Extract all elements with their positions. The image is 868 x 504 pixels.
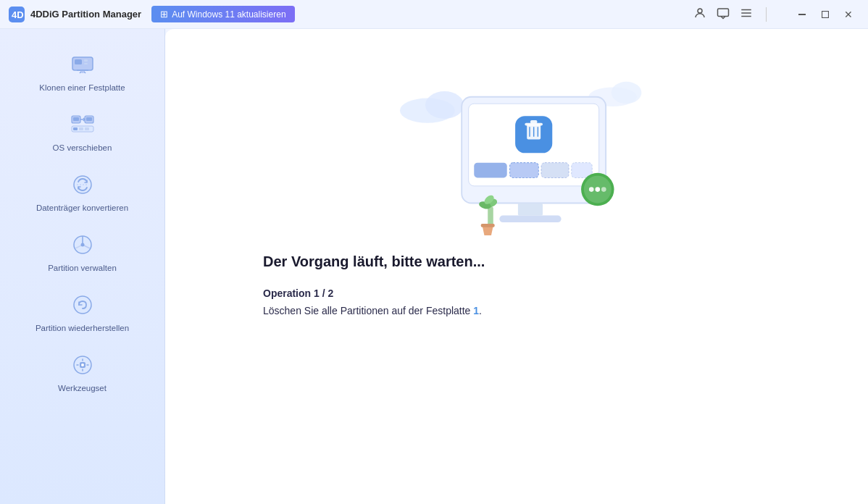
- move-os-icon: [69, 111, 96, 138]
- sidebar-item-move-os[interactable]: OS verschieben: [0, 101, 164, 161]
- app-body: Klonen einer Festplatte OS verschieben: [0, 29, 868, 504]
- svg-rect-35: [518, 203, 543, 216]
- svg-rect-19: [73, 127, 78, 130]
- svg-rect-12: [84, 63, 88, 64]
- menu-icon[interactable]: [740, 7, 753, 22]
- svg-rect-44: [474, 163, 506, 178]
- svg-point-30: [425, 91, 464, 119]
- app-logo: 4D: [9, 7, 25, 22]
- svg-rect-53: [488, 206, 493, 226]
- svg-rect-46: [541, 163, 569, 178]
- operation-label: Operation 1 / 2: [263, 287, 770, 299]
- illustration-area: [386, 51, 647, 239]
- sidebar-item-restore-partition[interactable]: Partition wiederherstellen: [0, 281, 164, 341]
- main-illustration: [386, 51, 647, 239]
- window-controls: ✕: [791, 4, 859, 25]
- svg-rect-21: [85, 127, 89, 130]
- upgrade-button[interactable]: ⊞ Auf Windows 11 aktualisieren: [151, 6, 294, 22]
- svg-point-51: [595, 187, 600, 192]
- upgrade-label: Auf Windows 11 aktualisieren: [172, 9, 285, 20]
- svg-point-50: [589, 187, 594, 192]
- windows-icon: ⊞: [160, 9, 168, 20]
- svg-rect-3: [718, 9, 729, 17]
- svg-rect-36: [499, 216, 561, 222]
- sidebar-item-toolset[interactable]: Werkzeugset: [0, 341, 164, 401]
- sidebar-item-label-convert: Datenträger konvertieren: [36, 203, 128, 214]
- maximize-button[interactable]: [814, 4, 836, 25]
- svg-point-52: [601, 187, 606, 192]
- sidebar-item-label-clone: Klonen einer Festplatte: [39, 83, 125, 93]
- operation-disk-num: 1: [473, 305, 479, 316]
- svg-rect-45: [510, 163, 539, 178]
- operation-desc-suffix: .: [479, 305, 482, 316]
- svg-rect-8: [822, 11, 829, 17]
- svg-text:4D: 4D: [12, 9, 24, 20]
- svg-point-28: [81, 364, 84, 366]
- operation-description: Löschen Sie alle Partitionen auf der Fes…: [263, 305, 770, 316]
- restore-partition-icon: [69, 291, 96, 319]
- titlebar-controls: ✕: [693, 4, 859, 25]
- manage-partition-icon: [69, 231, 96, 259]
- convert-disk-icon: [69, 171, 96, 198]
- svg-point-25: [74, 296, 91, 314]
- sidebar-item-label-moveos: OS verschieben: [53, 143, 112, 154]
- svg-rect-54: [481, 224, 495, 227]
- operation-desc-prefix: Löschen Sie alle Partitionen auf der Fes…: [263, 305, 473, 316]
- svg-point-2: [698, 9, 702, 13]
- main-heading: Der Vorgang läuft, bitte warten...: [263, 253, 770, 270]
- svg-point-24: [80, 243, 84, 246]
- sidebar-item-label-manage: Partition verwalten: [48, 263, 117, 274]
- sidebar-item-clone-disk[interactable]: Klonen einer Festplatte: [0, 41, 164, 101]
- svg-rect-17: [86, 117, 92, 121]
- sidebar: Klonen einer Festplatte OS verschieben: [0, 29, 165, 504]
- sidebar-item-label-toolset: Werkzeugset: [58, 383, 107, 394]
- titlebar: 4D 4DDiG Partition Manager ⊞ Auf Windows…: [0, 0, 868, 29]
- app-title: 4DDiG Partition Manager: [30, 9, 141, 20]
- svg-rect-11: [84, 59, 88, 62]
- svg-rect-40: [530, 120, 537, 124]
- info-area: Der Vorgang läuft, bitte warten... Opera…: [263, 246, 770, 316]
- account-icon[interactable]: [693, 7, 706, 22]
- chat-icon[interactable]: [717, 7, 730, 22]
- sidebar-item-label-restore: Partition wiederherstellen: [36, 323, 129, 334]
- toolset-icon: [69, 351, 96, 379]
- close-button[interactable]: ✕: [838, 4, 859, 25]
- main-content: Der Vorgang läuft, bitte warten... Opera…: [165, 29, 868, 504]
- minimize-button[interactable]: [791, 4, 813, 25]
- svg-rect-15: [73, 117, 79, 121]
- svg-rect-10: [75, 59, 82, 64]
- clone-disk-icon: [69, 51, 96, 78]
- sidebar-item-convert-disk[interactable]: Datenträger konvertieren: [0, 161, 164, 221]
- sidebar-item-manage-partition[interactable]: Partition verwalten: [0, 221, 164, 281]
- svg-point-32: [612, 82, 642, 104]
- svg-rect-7: [798, 14, 806, 15]
- svg-rect-20: [79, 127, 83, 130]
